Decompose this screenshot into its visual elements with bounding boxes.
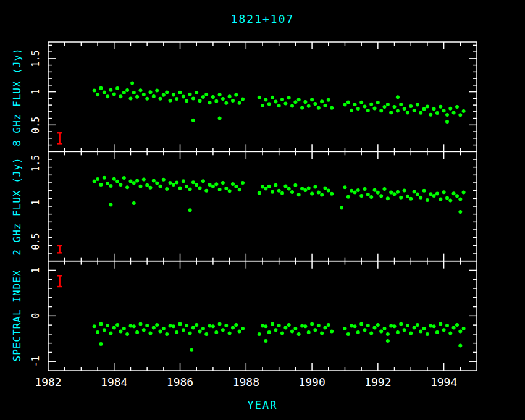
data-points	[93, 176, 466, 214]
panel-frame	[48, 42, 477, 151]
y-tick-label: 1	[30, 89, 41, 94]
tick-marks	[48, 261, 477, 371]
x-tick-label: 1988	[233, 376, 259, 388]
panel-spectral-index: -101	[30, 261, 477, 371]
x-tick-label: 1990	[298, 376, 325, 388]
x-tick-label: 1992	[364, 376, 391, 388]
panel-frame	[48, 151, 477, 261]
y-tick-label: 1.5	[30, 155, 41, 172]
y-tick-label: 0	[30, 313, 41, 319]
plot-stage: 1821+107 8 GHz FLUX (Jy) 2 GHz FLUX (Jy)…	[0, 0, 525, 420]
y-tick-label: 0.5	[30, 233, 41, 250]
representative-error-bar	[57, 246, 62, 253]
data-points	[93, 82, 466, 124]
y-tick-label: 0.5	[30, 117, 41, 133]
tick-marks	[48, 42, 477, 151]
representative-error-bar	[57, 133, 62, 143]
panel-2ghz-flux: 0.511.5	[30, 151, 477, 261]
y-tick-label: 1.5	[30, 50, 41, 67]
y-tick-label: -1	[30, 356, 41, 367]
panel-frame	[48, 261, 477, 371]
x-tick-label: 1984	[101, 376, 127, 388]
y-tick-label: 1	[30, 200, 41, 205]
screenshot-root: { "colors": { "background": "#000000", "…	[0, 0, 525, 420]
data-points	[93, 322, 466, 352]
representative-error-bar	[57, 275, 62, 287]
x-tick-label: 1982	[35, 376, 61, 388]
tick-marks	[48, 151, 477, 261]
x-tick-label: 1994	[430, 376, 457, 388]
plot-canvas: 0.511.50.511.5-1011982198419861988199019…	[0, 0, 525, 420]
y-tick-label: 1	[30, 267, 41, 273]
panel-8ghz-flux: 0.511.5	[30, 42, 477, 151]
x-tick-label: 1986	[167, 376, 193, 388]
